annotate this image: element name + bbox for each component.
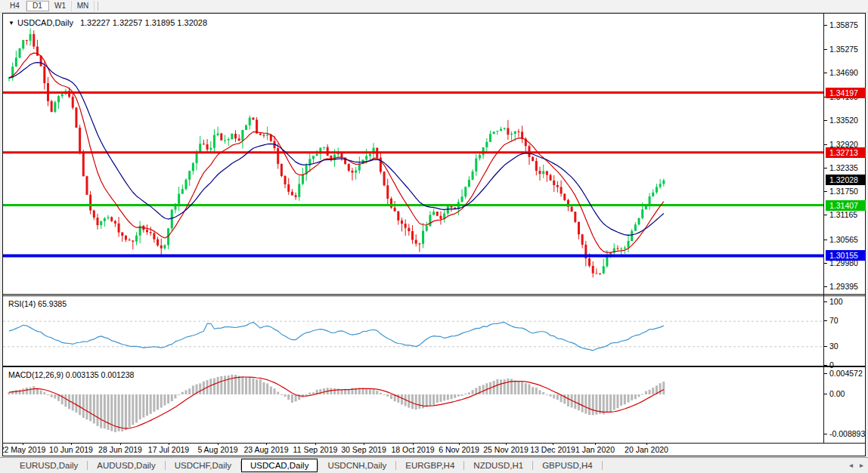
date-label: 20 Jan 2020 [625,445,668,454]
price-tick-label: 1.30565 [824,234,866,245]
axis-tick-mark [824,320,827,321]
axis-tick-mark [824,168,827,168]
axis-tick-mark [824,346,827,347]
date-label: 28 Jun 2019 [98,445,142,454]
axis-tick-mark [824,301,827,302]
macd-histogram [8,375,665,432]
price-tick-label: 1.31165 [824,209,866,220]
price-tick-label: 1.35275 [824,44,866,54]
rsi-tick-label: 100 [824,296,866,307]
chart-title-ohlc: 1.32227 1.32257 1.31895 1.32028 [80,18,207,27]
macd-panel[interactable]: MACD(12,26,9) 0.003135 0.001238 [3,366,865,444]
axis-tick-mark [824,25,827,26]
price-tick-label: 1.29395 [824,281,866,292]
axis-tick-mark [824,49,827,50]
timeframe-button-d1[interactable]: D1 [26,1,49,11]
timeframe-toolbar: H4D1W1MN [0,0,868,13]
timeframe-button-h4[interactable]: H4 [4,1,26,11]
price-tick-label: 1.34690 [824,67,866,78]
tabs-scroll-left-icon[interactable]: ◂ [849,461,853,469]
rsi-chart[interactable] [3,296,865,366]
date-axis[interactable]: 22 May 201910 Jun 201928 Jun 201917 Jul … [3,443,865,457]
mt4-window: { "toolbar": { "buttons": [ {"label": "H… [0,0,868,473]
current-price-tag: 1.32028 [826,175,866,185]
axis-tick-mark [824,394,827,394]
chart-title: ▼USDCAD,Daily1.32227 1.32257 1.31895 1.3… [8,18,207,27]
date-label: 6 Nov 2019 [439,445,479,454]
level-price-tag: 1.30155 [826,250,866,261]
rsi-tick-label: 30 [824,341,866,351]
tab-eurgbp-h4[interactable]: EURGBP,H4 [396,459,463,472]
date-label: 10 Jun 2019 [49,445,93,454]
tab-usdchf-daily[interactable]: USDCHF,Daily [166,459,240,472]
date-label: 1 Jan 2020 [575,445,615,454]
chart-tabs-bar: EURUSD,DailyAUDUSD,DailyUSDCHF,DailyUSDC… [0,457,868,473]
rsi-line [9,323,664,351]
date-label: 30 Sep 2019 [341,445,386,454]
axis-tick-mark [824,191,827,192]
tab-separator [602,461,603,470]
macd-label: MACD(12,26,9) 0.003135 0.001238 [8,370,134,379]
axis-tick-mark [824,365,827,366]
tabs-scroll-right-icon[interactable]: ▸ [860,461,863,469]
tab-usdcad-daily[interactable]: USDCAD,Daily [241,459,318,472]
collapse-arrow-icon[interactable]: ▼ [8,20,14,26]
rsi-tick-label: 70 [824,315,866,326]
level-price-tag: 1.34197 [826,88,866,98]
date-label: 25 Nov 2019 [483,445,529,454]
axis-tick-mark [824,434,827,434]
axis-tick-mark [824,373,827,374]
chart-window: ▼USDCAD,Daily1.32227 1.32257 1.31895 1.3… [2,13,866,456]
price-axis[interactable]: 1.358751.352751.346901.341051.335201.329… [824,14,866,443]
axis-tick-mark [824,240,827,240]
date-label: 17 Jul 2019 [148,445,189,454]
price-tick-label: 1.32335 [824,162,866,173]
date-label: 13 Dec 2019 [530,445,575,454]
tab-usdcnh-daily[interactable]: USDCNH,Daily [318,459,395,472]
toolbar-separator [98,2,98,11]
price-tick-label: 1.31750 [824,186,866,196]
main-chart-panel[interactable]: ▼USDCAD,Daily1.32227 1.32257 1.31895 1.3… [3,14,865,295]
date-label: 5 Aug 2019 [197,445,237,454]
tab-audusd-daily[interactable]: AUDUSD,Daily [88,459,164,472]
date-label: 22 May 2019 [3,445,45,454]
rsi-label: RSI(14) 65.9385 [8,299,67,308]
axis-tick-mark [824,286,827,287]
date-label: 18 Oct 2019 [391,445,434,454]
timeframe-button-mn[interactable]: MN [72,1,95,11]
chart-title-symbol: USDCAD,Daily [17,18,73,27]
macd-tick-label: -0.008893 [824,428,866,439]
price-tick-label: 1.35875 [824,20,866,30]
timeframe-button-w1[interactable]: W1 [49,1,72,11]
level-price-tag: 1.31407 [826,200,866,211]
axis-tick-mark [824,120,827,121]
axis-tick-mark [824,215,827,215]
date-label: 11 Sep 2019 [293,445,338,454]
axis-tick-mark [824,73,827,73]
macd-tick-label: 0.00 [824,388,866,399]
rsi-panel[interactable]: RSI(14) 65.9385 [3,295,865,366]
date-label: 23 Aug 2019 [244,445,289,454]
tab-gbpusd-h4[interactable]: GBPUSD,H4 [533,459,601,472]
price-tick-label: 1.33520 [824,115,866,125]
macd-tick-label: 0.004572 [824,368,866,379]
axis-tick-mark [824,144,827,145]
candlestick-chart[interactable] [3,14,865,294]
ma-slow-line [9,63,664,236]
tab-nzdusd-h1[interactable]: NZDUSD,H1 [464,459,532,472]
tab-scroll-arrows: ◂▸ [849,461,863,469]
level-price-tag: 1.32713 [826,147,866,158]
axis-tick-mark [824,263,827,264]
tab-eurusd-daily[interactable]: EURUSD,Daily [11,459,87,472]
